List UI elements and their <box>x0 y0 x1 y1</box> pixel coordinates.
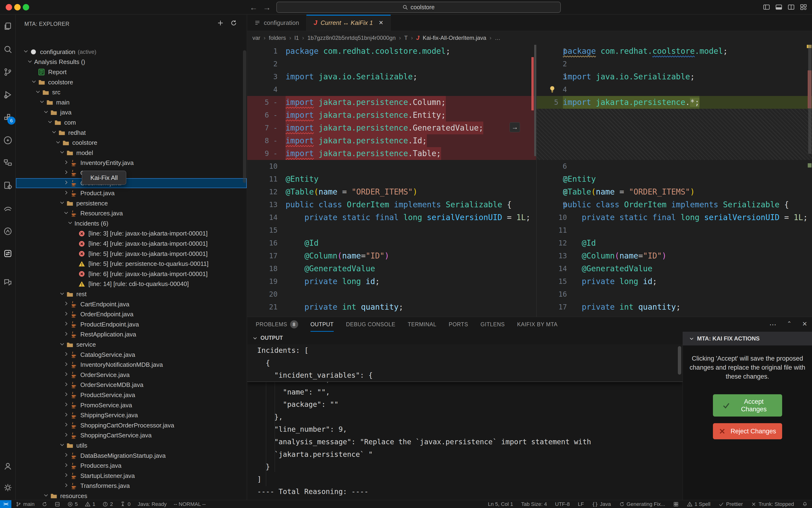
tree-item-line-14-rule-cdi-to-quarkus-00040[interactable]: [line: 14] [rule: cdi-to-quarkus-00040] <box>16 279 247 289</box>
status-item-java[interactable]: {}Java <box>592 501 611 507</box>
tree-item-coolstore[interactable]: coolstore <box>16 138 247 148</box>
refresh-icon[interactable] <box>230 19 237 27</box>
original-line-10[interactable]: 10 <box>247 160 536 173</box>
chevron-down-icon[interactable] <box>27 58 34 66</box>
chevron-down-icon[interactable] <box>59 291 66 298</box>
chevron-right-icon[interactable] <box>63 321 70 328</box>
close-icon[interactable]: ✕ <box>802 320 807 329</box>
tree-item-shoppingcartservice-java[interactable]: ShoppingCartService.java <box>16 430 247 441</box>
original-line-5[interactable]: 5 -import jakarta.persistence.Column; <box>247 96 536 109</box>
tree-item-com[interactable]: com <box>16 118 247 128</box>
tree-item-inventoryentity-java[interactable]: InventoryEntity.java <box>16 158 247 168</box>
output-console[interactable]: "kind": "", "name": "", "package": "" },… <box>247 344 683 500</box>
modified-line-17[interactable]: 17 private int quantity; <box>537 301 812 313</box>
panel-tab-debug-console[interactable]: DEBUG CONSOLE <box>346 317 395 332</box>
modified-line-16[interactable]: 16 <box>537 288 812 301</box>
chevron-right-icon[interactable] <box>63 331 70 338</box>
original-line-15[interactable]: 15 <box>247 224 536 237</box>
reject-changes-button[interactable]: Reject Changes <box>713 423 782 439</box>
modified-line-7[interactable]: 7@Entity <box>537 173 812 185</box>
chevron-right-icon[interactable] <box>63 462 70 469</box>
chevron-down-icon[interactable] <box>63 210 70 217</box>
tree-item-line-6-rule-javax-to-jakarta-import-00001[interactable]: [line: 6] [rule: javax-to-jakarta-import… <box>16 269 247 279</box>
more-icon[interactable]: ⋯ <box>769 320 776 329</box>
tree-item-analysis-results[interactable]: Analysis Results () <box>16 57 247 67</box>
activity-item-mta[interactable] <box>2 248 13 259</box>
tree-item-restapplication-java[interactable]: RestApplication.java <box>16 330 247 340</box>
tree-item-line-5-rule-javax-to-jakarta-import-00001[interactable]: [line: 5] [rule: javax-to-jakarta-import… <box>16 249 247 259</box>
tree-item-resources[interactable]: resources <box>16 491 247 500</box>
revert-diff-arrow[interactable]: → <box>510 122 520 132</box>
original-line-17[interactable]: 17 @Column(name="ID") <box>247 250 536 262</box>
output-section-header[interactable]: OUTPUT <box>247 332 683 344</box>
status-item-normal[interactable]: -- NORMAL -- <box>174 501 206 507</box>
editor-tab-current-kaifix-1[interactable]: JCurrent ↔ KaiFix 1✕ <box>307 15 391 31</box>
status-item-trunk-stopped[interactable]: Trunk: Stopped <box>751 501 794 507</box>
chevron-down-icon[interactable] <box>51 129 58 136</box>
chevron-down-icon[interactable] <box>31 79 38 86</box>
zoom-window-button[interactable] <box>23 4 29 10</box>
tree-item-src[interactable]: src <box>16 87 247 97</box>
history-forward-button[interactable]: → <box>262 1 272 13</box>
modified-line-3[interactable]: 3import java.io.Serializable; <box>537 70 812 83</box>
chevron-right-icon[interactable] <box>63 180 70 187</box>
panel-tab-terminal[interactable]: TERMINAL <box>408 317 436 332</box>
activity-item-hierarchy[interactable] <box>2 157 13 168</box>
original-line-13[interactable]: 13public class OrderItem implements Seri… <box>247 198 536 211</box>
original-line-8[interactable]: 8 -import jakarta.persistence.Id; <box>247 134 536 147</box>
tree-item-redhat[interactable]: redhat <box>16 128 247 138</box>
modified-line-5[interactable]: 5 +import jakarta.persistence.*; <box>537 96 812 109</box>
lightbulb-icon[interactable] <box>549 86 556 93</box>
breadcrumb-item[interactable]: T <box>404 35 408 41</box>
modified-line-14[interactable]: 14 @GeneratedValue <box>537 262 812 275</box>
tree-item-report[interactable]: Report <box>16 67 247 77</box>
tree-item-resources-java[interactable]: Resources.java <box>16 209 247 219</box>
activity-item-explorer[interactable] <box>2 21 13 32</box>
output-scrollbar[interactable] <box>678 346 681 375</box>
status-item-tab-size-4[interactable]: Tab Size: 4 <box>521 501 547 507</box>
original-line-19[interactable]: 19 private long id; <box>247 275 536 288</box>
panel-tab-output[interactable]: OUTPUT <box>311 317 334 332</box>
original-line-21[interactable]: 21 private int quantity; <box>247 301 536 313</box>
tree-item-incidents-6[interactable]: Incidents (6) <box>16 218 247 229</box>
chevron-down-icon[interactable] <box>59 442 66 449</box>
breadcrumb-item[interactable]: l1 <box>294 35 299 41</box>
status-item-layout[interactable] <box>54 501 60 507</box>
status-item-generating-fix[interactable]: Generating Fix... <box>619 501 665 507</box>
modified-line-8[interactable]: 8@Table(name = "ORDER_ITEMS") <box>537 185 812 198</box>
breadcrumb-item[interactable]: var <box>252 35 260 41</box>
original-line-11[interactable]: 11@Entity <box>247 173 536 185</box>
panel-tab-kaifix-by-mta[interactable]: KAIFIX BY MTA <box>517 317 558 332</box>
chevron-up-icon[interactable]: ⌃ <box>787 320 791 329</box>
original-line-16[interactable]: 16 @Id <box>247 237 536 250</box>
tree-item-orderitem-java[interactable]: OrderItem.java <box>16 178 247 188</box>
status-item-0[interactable]: 0 <box>120 501 130 507</box>
sidebar-scrollbar[interactable] <box>243 50 246 183</box>
breadcrumb[interactable]: var›folders›l1›1b7gzz8n02b5nrtdq51bnj4r0… <box>247 31 812 45</box>
chevron-right-icon[interactable] <box>63 422 70 429</box>
status-item-1[interactable]: 1 <box>85 501 95 507</box>
status-item-lf[interactable]: LF <box>578 501 584 507</box>
original-line-4[interactable]: 4 <box>247 83 536 96</box>
chevron-right-icon[interactable] <box>63 371 70 378</box>
modified-line-4[interactable]: 4 <box>537 83 812 96</box>
tree-item-producers-java[interactable]: Producers.java <box>16 461 247 471</box>
original-line-1[interactable]: 1package com.redhat.coolstore.model; <box>247 45 536 57</box>
tree-item-service[interactable]: service <box>16 340 247 350</box>
breadcrumb-more[interactable]: … <box>495 35 500 41</box>
chevron-down-icon[interactable] <box>59 149 66 156</box>
tree-item-product-java[interactable]: Product.java <box>16 188 247 198</box>
tree-item-configuration[interactable]: configuration(active) <box>16 47 247 57</box>
tree-item-java[interactable]: java <box>16 108 247 118</box>
original-line-6[interactable]: 6 -import jakarta.persistence.Entity; <box>247 109 536 122</box>
status-item-prettier[interactable]: Prettier <box>718 501 743 507</box>
close-window-button[interactable] <box>6 4 12 10</box>
chevron-right-icon[interactable] <box>63 169 70 176</box>
tree-item-order-java[interactable]: Order.java <box>16 168 247 178</box>
tree-item-shoppingcartorderprocessor-java[interactable]: ShoppingCartOrderProcessor.java <box>16 420 247 430</box>
activity-item-testing[interactable] <box>2 135 13 146</box>
status-item-grid[interactable] <box>673 501 679 507</box>
activity-item-project-manager[interactable] <box>2 180 13 191</box>
chevron-right-icon[interactable] <box>63 391 70 398</box>
status-item-bell[interactable] <box>802 501 808 507</box>
